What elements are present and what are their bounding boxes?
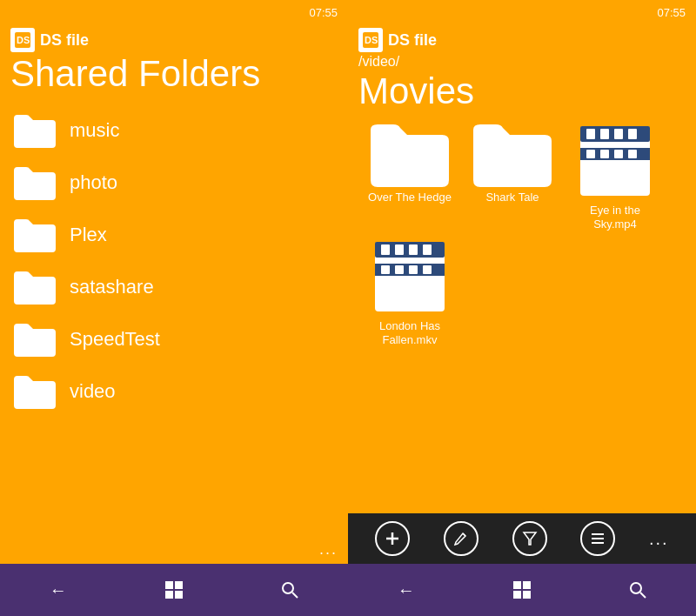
edit-icon (453, 531, 469, 546)
svg-line-43 (640, 593, 646, 598)
svg-rect-15 (628, 129, 637, 139)
edit-button[interactable] (444, 521, 478, 556)
list-button[interactable] (580, 521, 615, 556)
left-status-bar: 07:55 (0, 0, 348, 24)
svg-point-6 (283, 583, 293, 593)
folder-label-plex: Plex (70, 224, 107, 246)
right-ds-logo-icon: DS (362, 31, 379, 49)
svg-rect-5 (175, 591, 183, 599)
file-label-eye-in-the-sky: Eye in the Sky.mp4 (567, 204, 663, 231)
folder-icon-shark-tale (473, 122, 552, 187)
right-time: 07:55 (657, 6, 686, 19)
search-icon (281, 581, 298, 599)
file-item-london-has-fallen[interactable]: London Has Fallen.mkv (362, 238, 458, 346)
video-icon-eye-in-the-sky (576, 122, 654, 200)
folder-item-plex[interactable]: Plex (0, 209, 348, 261)
left-page-title: Shared Folders (0, 54, 348, 94)
svg-rect-13 (600, 129, 609, 139)
right-search-icon (629, 581, 646, 599)
folder-item-photo[interactable]: photo (0, 157, 348, 209)
svg-rect-26 (423, 244, 432, 255)
left-ds-logo: DS (10, 28, 35, 52)
folder-label-music: music (70, 119, 119, 142)
right-back-button[interactable]: ← (380, 572, 432, 607)
right-files-grid: Over The Hedge Shark Tale (348, 111, 696, 513)
right-status-bar: 07:55 (348, 0, 696, 24)
file-label-shark-tale: Shark Tale (485, 191, 539, 204)
svg-rect-39 (523, 581, 531, 589)
folder-label-speedtest: SpeedTest (70, 328, 160, 351)
left-home-button[interactable] (148, 572, 200, 607)
right-search-button[interactable] (612, 572, 664, 607)
folder-icon-video (14, 374, 56, 409)
svg-rect-12 (586, 129, 595, 139)
video-icon-london-has-fallen (371, 238, 449, 316)
left-nav-bar: ← (0, 564, 348, 616)
folder-icon-over-the-hedge (371, 122, 449, 187)
svg-rect-2 (165, 581, 173, 589)
add-button[interactable] (375, 521, 410, 556)
right-panel: 07:55 DS DS file /video/ Movies Over The… (348, 0, 696, 616)
folder-item-speedtest[interactable]: SpeedTest (0, 313, 348, 365)
right-breadcrumb: /video/ (348, 52, 696, 70)
left-app-header: DS DS file (0, 24, 348, 52)
add-icon (385, 531, 400, 546)
svg-rect-28 (381, 265, 390, 274)
svg-rect-20 (628, 150, 637, 158)
left-more-dots: ... (319, 540, 338, 559)
folder-label-photo: photo (70, 171, 117, 194)
svg-rect-24 (395, 244, 404, 255)
svg-rect-19 (614, 150, 623, 158)
svg-rect-31 (423, 265, 432, 274)
file-label-over-the-hedge: Over The Hedge (368, 191, 452, 204)
right-home-button[interactable] (496, 572, 548, 607)
left-folder-list: music photo Plex satashare (0, 94, 348, 564)
svg-rect-3 (175, 581, 183, 589)
svg-line-7 (292, 593, 298, 598)
filter-icon (522, 531, 538, 546)
folder-icon-satashare (14, 270, 56, 305)
svg-rect-18 (600, 150, 609, 158)
folder-item-video[interactable]: video (0, 365, 348, 418)
svg-text:DS: DS (17, 35, 30, 45)
svg-point-42 (631, 583, 641, 593)
folder-label-satashare: satashare (70, 276, 154, 298)
left-search-button[interactable] (264, 572, 316, 607)
list-icon (590, 531, 606, 546)
right-page-title: Movies (348, 71, 696, 111)
right-home-icon (512, 580, 532, 599)
svg-text:DS: DS (365, 35, 378, 45)
folder-icon-music (14, 113, 56, 148)
file-item-shark-tale[interactable]: Shark Tale (465, 122, 560, 231)
folder-icon-photo (14, 165, 56, 200)
svg-rect-38 (513, 581, 521, 589)
right-app-header: DS DS file (348, 24, 696, 52)
folder-icon-plex (14, 218, 56, 252)
right-more-dots[interactable]: ... (649, 529, 669, 549)
svg-rect-29 (395, 265, 404, 274)
svg-rect-14 (614, 129, 623, 139)
svg-rect-17 (586, 150, 595, 158)
svg-marker-34 (524, 532, 536, 545)
ds-logo-icon: DS (14, 31, 31, 49)
filter-button[interactable] (512, 521, 547, 556)
folder-item-satashare[interactable]: satashare (0, 261, 348, 313)
file-item-eye-in-the-sky[interactable]: Eye in the Sky.mp4 (567, 122, 663, 231)
right-app-name: DS file (388, 31, 437, 50)
svg-rect-30 (409, 265, 418, 274)
left-time: 07:55 (309, 6, 338, 19)
right-bottom-toolbar: ... (348, 513, 696, 564)
folder-label-video: video (70, 380, 116, 403)
svg-rect-40 (513, 591, 521, 599)
left-back-button[interactable]: ← (32, 572, 84, 607)
right-nav-bar: ← (348, 564, 696, 616)
file-label-london-has-fallen: London Has Fallen.mkv (362, 319, 458, 346)
svg-rect-41 (523, 591, 531, 599)
left-app-name: DS file (40, 31, 89, 50)
folder-icon-speedtest (14, 322, 56, 357)
folder-item-music[interactable]: music (0, 104, 348, 157)
right-ds-logo: DS (358, 28, 383, 52)
left-panel: 07:55 DS DS file Shared Folders music ph… (0, 0, 348, 616)
file-item-over-the-hedge[interactable]: Over The Hedge (362, 122, 458, 231)
home-icon (164, 580, 184, 599)
